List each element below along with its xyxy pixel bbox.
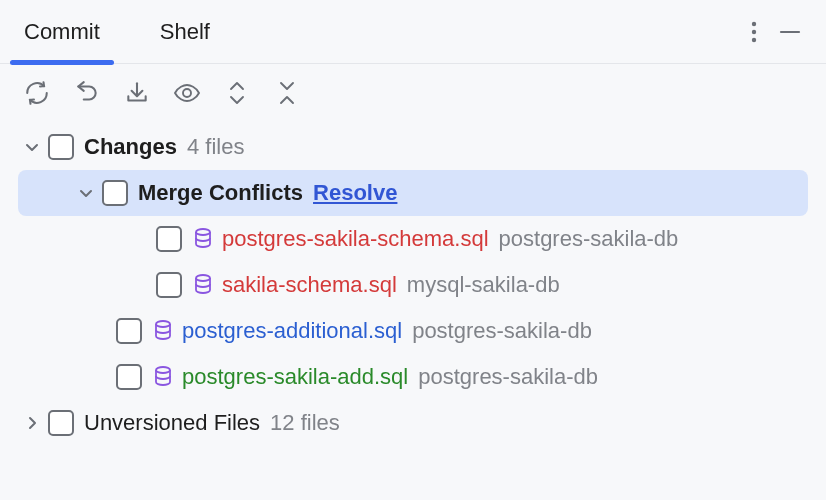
file-row[interactable]: postgres-sakila-schema.sql postgres-saki… — [18, 216, 808, 262]
file-checkbox[interactable] — [156, 226, 182, 252]
file-name: postgres-additional.sql — [182, 318, 402, 344]
svg-point-5 — [196, 229, 210, 235]
file-checkbox[interactable] — [116, 318, 142, 344]
toolbar — [0, 64, 826, 118]
unversioned-node[interactable]: Unversioned Files 12 files — [18, 400, 808, 446]
shelve-icon[interactable] — [122, 78, 152, 108]
tab-commit[interactable]: Commit — [18, 0, 106, 64]
tab-shelf[interactable]: Shelf — [154, 0, 216, 64]
merge-conflicts-label: Merge Conflicts — [138, 180, 303, 206]
chevron-down-icon[interactable] — [18, 133, 46, 161]
file-row[interactable]: sakila-schema.sql mysql-sakila-db — [18, 262, 808, 308]
changes-tree: Changes 4 files Merge Conflicts Resolve … — [0, 118, 826, 446]
unversioned-label: Unversioned Files — [84, 410, 260, 436]
file-checkbox[interactable] — [116, 364, 142, 390]
file-name: sakila-schema.sql — [222, 272, 397, 298]
tab-bar: Commit Shelf — [0, 0, 826, 64]
file-checkbox[interactable] — [156, 272, 182, 298]
rollback-icon[interactable] — [72, 78, 102, 108]
file-dir: postgres-sakila-db — [418, 364, 598, 390]
svg-point-1 — [752, 29, 756, 33]
collapse-all-icon[interactable] — [272, 78, 302, 108]
chevron-right-icon[interactable] — [18, 409, 46, 437]
merge-conflicts-checkbox[interactable] — [102, 180, 128, 206]
database-icon — [192, 272, 214, 298]
preview-diff-icon[interactable] — [172, 78, 202, 108]
unversioned-checkbox[interactable] — [48, 410, 74, 436]
expand-all-icon[interactable] — [222, 78, 252, 108]
changes-checkbox[interactable] — [48, 134, 74, 160]
svg-point-4 — [183, 89, 191, 97]
svg-point-8 — [156, 367, 170, 373]
svg-point-7 — [156, 321, 170, 327]
svg-point-6 — [196, 275, 210, 281]
file-name: postgres-sakila-schema.sql — [222, 226, 489, 252]
changes-count: 4 files — [187, 134, 244, 160]
chevron-down-icon[interactable] — [72, 179, 100, 207]
file-row[interactable]: postgres-additional.sql postgres-sakila-… — [18, 308, 808, 354]
more-options-icon[interactable] — [736, 14, 772, 50]
file-dir: mysql-sakila-db — [407, 272, 560, 298]
file-name: postgres-sakila-add.sql — [182, 364, 408, 390]
database-icon — [192, 226, 214, 252]
file-dir: postgres-sakila-db — [499, 226, 679, 252]
database-icon — [152, 318, 174, 344]
resolve-link[interactable]: Resolve — [313, 180, 397, 206]
database-icon — [152, 364, 174, 390]
changes-label: Changes — [84, 134, 177, 160]
minimize-icon[interactable] — [772, 14, 808, 50]
refresh-icon[interactable] — [22, 78, 52, 108]
svg-point-0 — [752, 21, 756, 25]
unversioned-count: 12 files — [270, 410, 340, 436]
changes-node[interactable]: Changes 4 files — [18, 124, 808, 170]
merge-conflicts-node[interactable]: Merge Conflicts Resolve — [18, 170, 808, 216]
file-row[interactable]: postgres-sakila-add.sql postgres-sakila-… — [18, 354, 808, 400]
svg-point-2 — [752, 37, 756, 41]
file-dir: postgres-sakila-db — [412, 318, 592, 344]
